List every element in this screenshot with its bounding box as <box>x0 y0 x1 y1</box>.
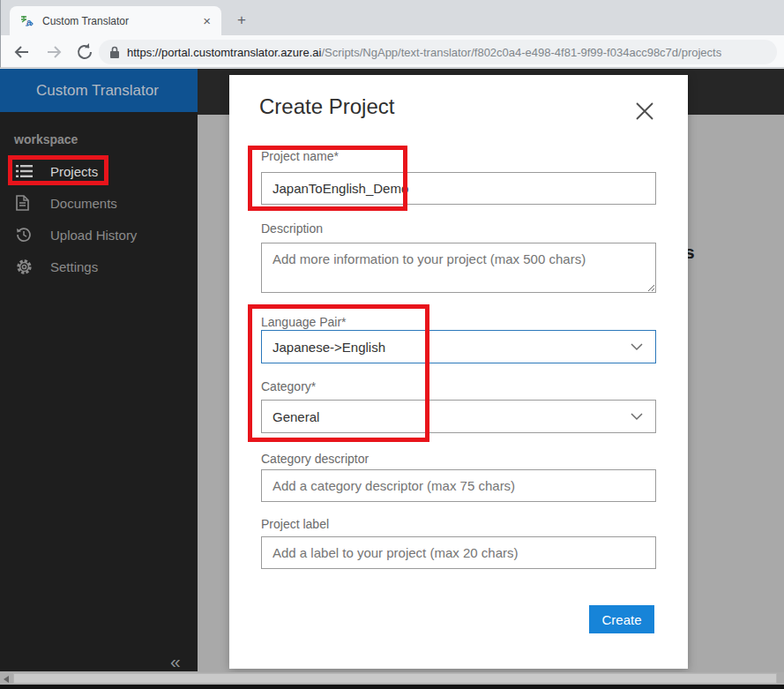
browser-tab[interactable]: a Custom Translator × <box>10 6 221 35</box>
category-label: Category* <box>261 379 316 393</box>
sidebar-item-label: Documents <box>50 196 117 211</box>
chevron-down-icon <box>630 341 644 352</box>
close-icon[interactable] <box>633 100 656 123</box>
create-project-modal: Create Project Project name* Description… <box>229 75 688 669</box>
language-pair-label: Language Pair* <box>261 315 347 329</box>
sidebar-item-upload-history[interactable]: Upload History <box>0 219 198 251</box>
refresh-icon[interactable] <box>74 41 95 63</box>
sidebar-item-projects[interactable]: Projects <box>0 155 198 187</box>
collapse-sidebar-button[interactable]: « <box>170 651 181 672</box>
sidebar-item-label: Upload History <box>50 228 137 243</box>
url-text: https://portal.customtranslator.azure.ai… <box>127 46 721 59</box>
scrollbar-thumb[interactable] <box>13 673 777 684</box>
lock-icon <box>109 46 120 59</box>
sidebar-item-documents[interactable]: Documents <box>0 187 198 219</box>
sidebar-item-settings[interactable]: Settings <box>0 251 198 282</box>
tab-close-icon[interactable]: × <box>201 13 213 28</box>
description-textarea[interactable] <box>261 243 656 293</box>
app-title: Custom Translator <box>0 69 198 112</box>
list-icon <box>16 164 35 178</box>
description-label: Description <box>261 221 323 236</box>
new-tab-button[interactable]: + <box>230 9 253 32</box>
create-button[interactable]: Create <box>589 605 654 633</box>
address-bar[interactable]: https://portal.customtranslator.azure.ai… <box>99 40 777 64</box>
browser-window: a Custom Translator × + https://portal.c… <box>0 0 784 689</box>
tab-title: Custom Translator <box>42 15 201 27</box>
category-value: General <box>273 409 319 424</box>
sidebar: Custom Translator workspace Projects <box>0 69 198 671</box>
category-descriptor-input[interactable] <box>261 469 656 502</box>
scroll-left-arrow-icon[interactable] <box>4 676 9 683</box>
forward-icon[interactable] <box>43 41 64 63</box>
chevron-down-icon <box>630 411 644 422</box>
translator-favicon-icon: a <box>20 14 34 28</box>
category-select[interactable]: General <box>261 400 656 433</box>
language-pair-value: Japanese->English <box>273 340 385 355</box>
project-label-input[interactable] <box>261 536 656 569</box>
document-icon <box>16 195 35 211</box>
modal-title: Create Project <box>259 94 394 119</box>
language-pair-select[interactable]: Japanese->English <box>261 330 656 363</box>
sidebar-item-label: Projects <box>50 164 98 179</box>
workspace-section-label: workspace <box>14 132 78 146</box>
page-content: Custom Translator workspace Projects <box>0 69 784 689</box>
tab-strip: a Custom Translator × + <box>0 0 784 35</box>
history-icon <box>16 227 35 243</box>
project-label-label: Project label <box>261 517 329 531</box>
back-icon[interactable] <box>11 41 33 63</box>
window-bottom-strip <box>0 685 784 689</box>
url-path: /Scripts/NgApp/text-translator/f802c0a4-… <box>321 46 721 59</box>
project-name-label: Project name* <box>261 149 339 163</box>
category-descriptor-label: Category descriptor <box>261 452 369 466</box>
gear-icon <box>16 258 35 275</box>
horizontal-scrollbar[interactable] <box>0 672 784 685</box>
url-domain: https://portal.customtranslator.azure.ai <box>127 46 321 59</box>
project-name-input[interactable] <box>261 172 656 205</box>
sidebar-item-label: Settings <box>50 259 98 274</box>
